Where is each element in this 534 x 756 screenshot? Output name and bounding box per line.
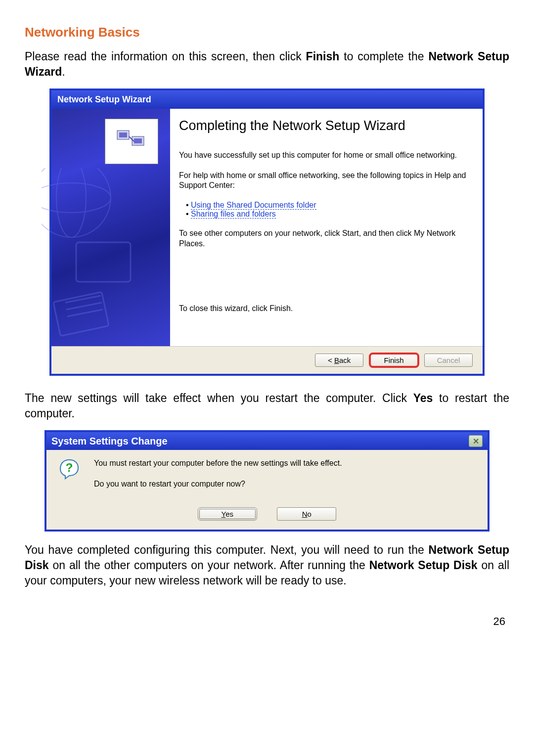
yes-button[interactable]: Yes <box>198 507 257 521</box>
close-icon: ✕ <box>473 437 479 446</box>
help-link-shared-documents[interactable]: Using the Shared Documents folder <box>191 201 316 210</box>
text: es <box>225 510 233 518</box>
text: You must restart your computer before th… <box>94 459 342 468</box>
text: You have completed configuring this comp… <box>25 543 429 556</box>
svg-rect-1 <box>119 133 127 137</box>
system-settings-change-dialog: System Settings Change ✕ ? You must rest… <box>44 430 490 532</box>
help-link-sharing-files[interactable]: Sharing files and folders <box>191 210 276 219</box>
dialog-button-row: Yes No <box>46 504 488 530</box>
text: Y <box>222 510 226 518</box>
wizard-button-row: < Back Finish Cancel <box>51 346 483 374</box>
svg-point-6 <box>42 183 111 213</box>
wizard-heading: Completing the Network Setup Wizard <box>179 118 471 134</box>
text: on all the other computers on your netwo… <box>49 559 369 572</box>
text: Please read the information on this scre… <box>25 50 306 63</box>
wizard-titlebar[interactable]: Network Setup Wizard <box>51 90 483 109</box>
network-setup-wizard-window: Network Setup Wizard <box>49 89 485 376</box>
outro-paragraph: You have completed configuring this comp… <box>25 542 509 588</box>
svg-point-5 <box>42 168 111 237</box>
svg-text:?: ? <box>66 461 73 474</box>
cancel-button: Cancel <box>424 354 473 367</box>
text: < <box>328 356 334 364</box>
page-number: 26 <box>0 615 534 628</box>
svg-line-12 <box>67 310 103 316</box>
intro-paragraph: Please read the information on this scre… <box>25 49 509 80</box>
mid-paragraph: The new settings will take effect when y… <box>25 391 509 421</box>
wizard-close-text: To close this wizard, click Finish. <box>179 304 471 314</box>
no-button[interactable]: No <box>277 507 336 521</box>
text-bold: Network Setup Disk <box>369 559 478 572</box>
text: o <box>307 510 311 518</box>
wizard-banner-image <box>105 119 158 164</box>
section-title: Networking Basics <box>25 25 509 40</box>
text: B <box>334 356 339 364</box>
close-button[interactable]: ✕ <box>469 435 483 447</box>
text: to complete the <box>339 50 428 63</box>
text-bold: Yes <box>413 392 433 404</box>
list-item: Sharing files and folders <box>186 210 471 219</box>
dialog-text: You must restart your computer before th… <box>94 459 342 500</box>
finish-button[interactable]: Finish <box>370 354 418 367</box>
list-item: Using the Shared Documents folder <box>186 201 471 210</box>
wizard-text: You have successfully set up this comput… <box>179 150 471 161</box>
wizard-text: To see other computers on your network, … <box>179 228 471 249</box>
text: The new settings will take effect when y… <box>25 392 413 404</box>
text: Do you want to restart your computer now… <box>94 480 342 489</box>
svg-point-7 <box>56 168 86 237</box>
dialog-title: System Settings Change <box>51 436 168 447</box>
back-button[interactable]: < Back <box>315 354 363 367</box>
svg-rect-8 <box>76 242 131 282</box>
text: . <box>62 65 65 78</box>
text: ack <box>339 356 351 364</box>
wizard-text: For help with home or small office netwo… <box>179 171 471 191</box>
dialog-titlebar[interactable]: System Settings Change ✕ <box>46 432 488 450</box>
text-bold: Finish <box>306 50 340 63</box>
wizard-content: Completing the Network Setup Wizard You … <box>170 109 483 346</box>
wizard-sidebar <box>51 109 170 346</box>
question-icon: ? <box>58 459 80 481</box>
svg-line-11 <box>66 303 102 310</box>
text: N <box>302 510 308 518</box>
svg-rect-3 <box>134 138 142 143</box>
